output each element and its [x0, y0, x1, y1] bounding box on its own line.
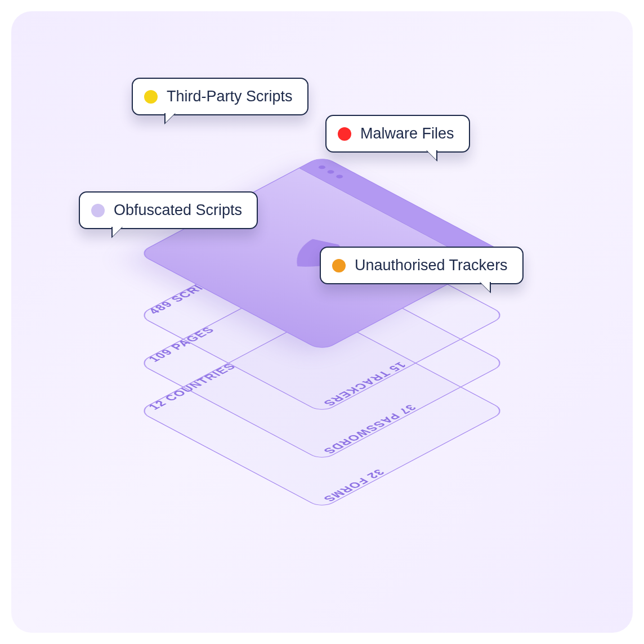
status-dot-icon	[144, 90, 158, 104]
callout-unauthorised-trackers: Unauthorised Trackers	[320, 247, 524, 284]
callout-tail-icon	[426, 150, 437, 162]
diagram-canvas: 12 COUNTRIES 32 FORMS 109 PAGES 37 PASSW…	[11, 11, 633, 633]
window-dot-icon	[317, 165, 327, 170]
window-dot-icon	[326, 169, 336, 175]
status-dot-icon	[91, 204, 105, 217]
callout-tail-icon	[164, 113, 176, 124]
window-controls	[317, 165, 345, 179]
callout-label: Unauthorised Trackers	[355, 257, 508, 274]
status-dot-icon	[338, 127, 351, 141]
callout-obfuscated-scripts: Obfuscated Scripts	[79, 191, 258, 229]
callout-malware-files: Malware Files	[325, 115, 470, 153]
status-dot-icon	[332, 259, 346, 272]
callout-label: Obfuscated Scripts	[114, 202, 242, 219]
layer-3-right-label: 32 FORMS	[320, 468, 387, 504]
callout-tail-icon	[480, 282, 491, 293]
callout-label: Third-Party Scripts	[167, 88, 293, 105]
callout-third-party-scripts: Third-Party Scripts	[132, 78, 308, 115]
callout-label: Malware Files	[360, 125, 454, 142]
stacked-layers-stage: 12 COUNTRIES 32 FORMS 109 PAGES 37 PASSW…	[91, 96, 553, 557]
window-dot-icon	[335, 174, 345, 179]
callout-tail-icon	[111, 227, 123, 238]
